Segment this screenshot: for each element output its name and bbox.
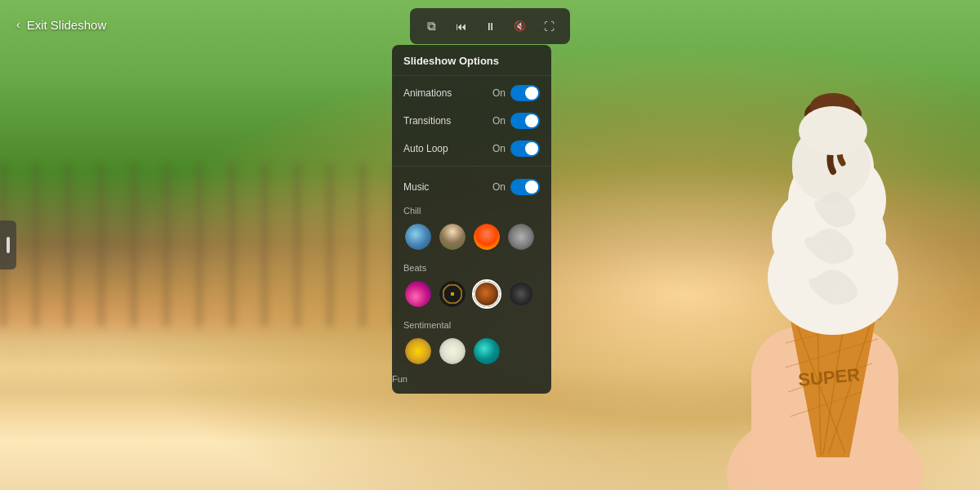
transitions-toggle[interactable] [510,113,540,129]
animations-toggle[interactable] [510,85,540,101]
auto-loop-toggle-area: On [492,140,540,157]
scroll-indicator[interactable] [0,220,16,270]
panel-title: Slideshow Options [392,55,551,76]
beats-thumb-4[interactable] [506,279,536,309]
back-chevron-icon: ‹ [16,18,20,31]
sent-thumb-3[interactable] [472,336,501,366]
beats-thumb-1-inner [405,281,431,307]
beats-thumb-4-inner [508,281,534,307]
chill-thumb-4[interactable] [506,222,536,252]
pause-button[interactable]: ⏸ [477,13,503,39]
chill-thumb-1-inner [405,224,431,250]
music-toggle[interactable] [510,179,540,195]
chill-category-label: Chill [392,201,551,219]
exit-slideshow-button[interactable]: ‹ Exit Slideshow [16,18,106,32]
animations-on-text: On [492,87,506,99]
beats-category-label: Beats [392,258,551,276]
sentimental-category-label: Sentimental [392,315,551,333]
ice-cream-illustration: SUPER [506,0,980,490]
music-section: Music On Chill Beats [392,170,551,387]
music-on-text: On [492,181,506,193]
auto-loop-option-row: Auto Loop On [392,135,551,163]
mute-icon: 🔇 [514,20,526,32]
sent-thumb-2-inner [439,338,466,364]
music-option-row: Music On [392,173,551,201]
svg-point-20 [799,106,867,155]
mute-button[interactable]: 🔇 [506,13,532,39]
transitions-label: Transitions [403,115,451,127]
scroll-dot [7,237,10,253]
fun-category-label: Fun [392,372,551,387]
divider-1 [392,166,551,167]
auto-loop-toggle[interactable] [510,140,540,157]
transitions-toggle-area: On [492,113,540,129]
sent-thumb-1[interactable] [403,336,433,366]
beats-thumb-1[interactable] [403,279,433,309]
chill-thumb-4-inner [508,224,534,250]
music-toggle-area: On [492,179,540,195]
sentimental-thumb-grid [392,333,551,372]
beats-thumb-3-inner [474,281,500,307]
sent-thumb-2[interactable] [438,336,467,366]
pause-icon: ⏸ [485,20,496,33]
slideshow-settings-icon: ⧉ [427,19,436,33]
fullscreen-button[interactable]: ⛶ [536,13,562,39]
transitions-on-text: On [492,115,506,127]
slideshow-options-panel: Slideshow Options Animations On Transiti… [392,45,551,394]
fullscreen-icon: ⛶ [544,20,555,33]
chill-thumb-1[interactable] [403,222,433,252]
slideshow-settings-button[interactable]: ⧉ [418,13,444,39]
auto-loop-label: Auto Loop [403,143,448,154]
transitions-option-row: Transitions On [392,107,551,135]
animations-toggle-area: On [492,85,540,101]
beats-thumb-3[interactable] [472,279,501,309]
exit-button-label: Exit Slideshow [27,18,107,32]
animations-label: Animations [403,87,452,99]
previous-icon: ⏮ [456,20,466,33]
beats-thumb-grid [392,276,551,315]
music-label: Music [403,181,429,193]
beats-thumb-2[interactable] [438,279,467,309]
chill-thumb-2-inner [439,224,466,250]
previous-button[interactable]: ⏮ [448,13,474,39]
auto-loop-on-text: On [492,143,506,154]
fence-background [0,163,408,327]
chill-thumb-grid [392,219,551,258]
chill-thumb-3-inner [474,224,500,250]
sent-thumb-3-inner [474,338,500,364]
chill-thumb-3[interactable] [472,222,501,252]
chill-thumb-2[interactable] [438,222,467,252]
slideshow-toolbar: ⧉ ⏮ ⏸ 🔇 ⛶ [410,8,570,44]
beats-thumb-2-inner [439,281,466,307]
animations-option-row: Animations On [392,79,551,107]
sent-thumb-1-inner [405,338,431,364]
